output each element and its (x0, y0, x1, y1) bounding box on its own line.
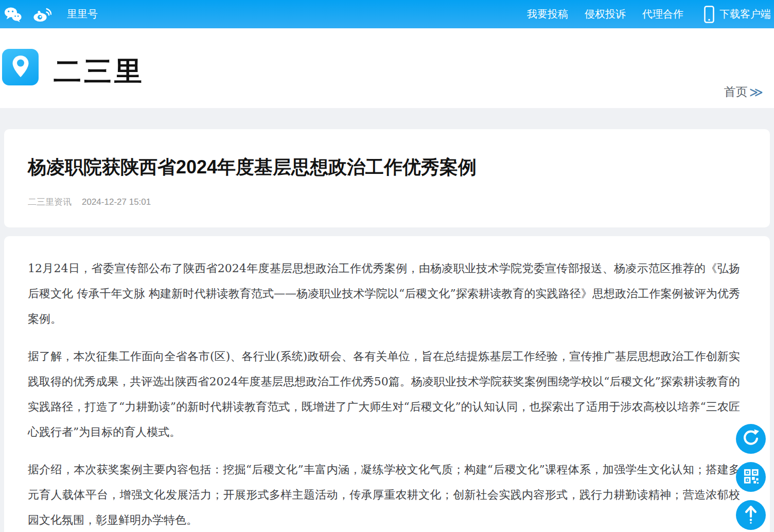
nav-link-report[interactable]: 侵权投诉 (585, 7, 626, 21)
nav-link-submit[interactable]: 我要投稿 (527, 7, 568, 21)
article-source: 二三里资讯 (28, 196, 72, 208)
article-date: 2024-12-27 15:01 (82, 197, 151, 207)
home-link[interactable]: 首页 ≫ (724, 84, 763, 100)
download-client-link[interactable]: 下载客户端 (704, 6, 771, 23)
topbar-right-group: 我要投稿 侵权投诉 代理合作 下载客户端 (511, 6, 771, 23)
fab-back-to-top-button[interactable] (736, 500, 766, 530)
wechat-icon[interactable] (4, 7, 22, 22)
main-content: 杨凌职院获陕西省2024年度基层思想政治工作优秀案例 二三里资讯 2024-12… (0, 108, 774, 532)
topbar: 里里号 我要投稿 侵权投诉 代理合作 下载客户端 (0, 0, 774, 28)
floating-button-stack (736, 424, 766, 530)
site-logo[interactable] (2, 49, 39, 85)
article-title: 杨凌职院获陕西省2024年度基层思想政治工作优秀案例 (28, 156, 746, 179)
download-client-label: 下载客户端 (719, 7, 771, 21)
article-body-card: 12月24日，省委宣传部公布了陕西省2024年度基层思想政治工作优秀案例，由杨凌… (4, 236, 770, 532)
article-title-card: 杨凌职院获陕西省2024年度基层思想政治工作优秀案例 二三里资讯 2024-12… (4, 129, 770, 227)
refresh-icon (742, 429, 760, 449)
article-paragraph: 据介绍，本次获奖案例主要内容包括：挖掘“后稷文化”丰富内涵，凝练学校文化气质；构… (28, 457, 740, 532)
home-label: 首页 (724, 84, 748, 100)
qrcode-icon (743, 468, 760, 487)
fab-refresh-button[interactable] (736, 424, 766, 454)
topbar-left-group: 里里号 (4, 7, 98, 22)
article-paragraph: 据了解，本次征集工作面向全省各市(区)、各行业(系统)政研会、各有关单位，旨在总… (28, 344, 740, 445)
weibo-icon[interactable] (33, 7, 51, 22)
brand-title[interactable]: 二三里 (54, 53, 145, 91)
article-byline: 二三里资讯 2024-12-27 15:01 (28, 196, 746, 208)
phone-icon (704, 6, 714, 23)
up-arrow-icon (742, 504, 760, 526)
double-chevron-icon: ≫ (749, 85, 763, 99)
fab-qrcode-button[interactable] (736, 462, 766, 492)
channel-link[interactable]: 里里号 (67, 7, 98, 21)
site-header: 二三里 首页 ≫ (0, 28, 774, 108)
article-paragraph: 12月24日，省委宣传部公布了陕西省2024年度基层思想政治工作优秀案例，由杨凌… (28, 256, 740, 331)
location-pin-icon (9, 54, 32, 81)
nav-link-agency[interactable]: 代理合作 (642, 7, 683, 21)
